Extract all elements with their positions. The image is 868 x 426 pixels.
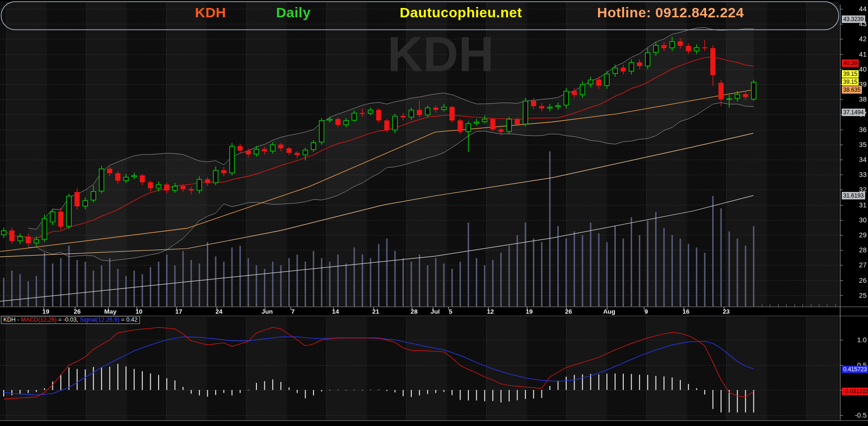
- x-axis-date-label: Jul: [430, 308, 440, 315]
- x-axis-date-label: 26: [565, 308, 572, 315]
- x-axis-date-label: 23: [722, 308, 729, 315]
- price-axis-tick: 33: [845, 171, 867, 178]
- price-axis-tick: 42: [845, 35, 867, 43]
- price-axis-tick: 30: [845, 216, 867, 224]
- macd-label-value: = -0.03,: [57, 316, 80, 323]
- price-axis-tick: 29: [845, 231, 867, 239]
- price-axis-tick: 44: [845, 5, 867, 13]
- macd-value: -0.031315: [842, 388, 868, 395]
- x-axis-date-label: 17: [175, 308, 182, 315]
- x-axis-date-label: 10: [135, 308, 142, 315]
- macd-label-symbol: KDH -: [3, 316, 21, 323]
- price-axis-tick: 28: [845, 246, 867, 254]
- macd-axis-tick: 1.0: [845, 336, 867, 344]
- timeframe-label: Daily: [276, 5, 311, 21]
- price-axis-tick: 31: [845, 201, 867, 209]
- macd-axis-tick: -0.5: [845, 411, 867, 419]
- x-axis-date-label: 19: [525, 308, 532, 315]
- x-axis-date-label: 14: [332, 308, 339, 315]
- price-axis-tick: 26: [845, 277, 867, 284]
- ticker-symbol: KDH: [195, 5, 226, 21]
- ma-medium-value: 38.635: [842, 86, 862, 94]
- x-axis-date-label: Jun: [262, 308, 273, 315]
- price-axis-tick: 27: [845, 261, 867, 269]
- x-axis-date-label: 26: [73, 308, 80, 315]
- x-axis-date-label: Aug: [603, 308, 615, 315]
- x-axis-date-label: 16: [682, 308, 689, 315]
- bollinger-upper-value: 43.3239: [842, 15, 865, 23]
- signal-label-value: = 0.42: [119, 316, 138, 323]
- last-price-value: 39.15: [842, 78, 859, 86]
- ma-fast-value: 40.39: [842, 59, 859, 67]
- ma-slow-value: 31.6193: [842, 192, 865, 199]
- price-axis-tick: 35: [845, 141, 867, 148]
- x-axis-date-label: 28: [410, 308, 417, 315]
- hotline: Hotline: 0912.842.224: [597, 5, 744, 21]
- bollinger-lower-value: 37.1494: [842, 109, 865, 116]
- price-axis-tick: 36: [845, 126, 867, 133]
- x-axis-date-label: 7: [291, 308, 295, 315]
- macd-indicator-label: KDH - MACD(12,26) = -0.03, Signal(12,26,…: [1, 316, 140, 324]
- macd-label-name: MACD(12,26): [21, 316, 57, 323]
- price-axis-tick: 41: [845, 51, 867, 58]
- price-axis-tick: 34: [845, 156, 867, 163]
- stock-chart-app: KDH Daily Dautucophieu.net Hotline: 0912…: [0, 0, 868, 426]
- price-axis-tick: 38: [845, 95, 867, 103]
- x-axis-date-label: 21: [372, 308, 379, 315]
- x-axis-date-label: 5: [449, 308, 452, 315]
- x-axis-date-label: 9: [644, 308, 648, 315]
- signal-value: 0.415723: [842, 366, 868, 373]
- price-chart-canvas[interactable]: [0, 0, 868, 426]
- signal-label-name: Signal(12,26,9): [80, 316, 120, 323]
- close-value: 39.15: [842, 70, 859, 78]
- price-axis-tick: 25: [845, 292, 867, 299]
- x-axis-date-label: 12: [487, 308, 494, 315]
- x-axis-date-label: May: [104, 308, 117, 315]
- site-name: Dautucophieu.net: [400, 5, 522, 21]
- x-axis-date-label: 19: [42, 308, 49, 315]
- x-axis-date-label: 24: [215, 308, 222, 315]
